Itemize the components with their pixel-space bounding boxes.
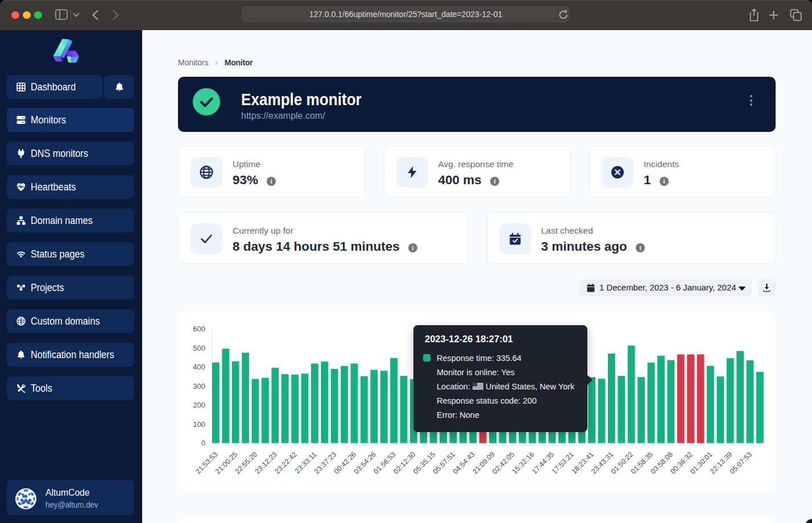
svg-text:23:22:42: 23:22:42 bbox=[273, 450, 298, 475]
svg-text:500: 500 bbox=[193, 344, 205, 352]
svg-text:200: 200 bbox=[193, 401, 205, 409]
svg-text:05:07:53: 05:07:53 bbox=[728, 450, 753, 475]
svg-text:400: 400 bbox=[193, 363, 205, 371]
svg-text:100: 100 bbox=[193, 420, 205, 429]
svg-text:600: 600 bbox=[193, 325, 205, 333]
svg-text:300: 300 bbox=[193, 382, 205, 391]
svg-text:0: 0 bbox=[201, 439, 205, 447]
